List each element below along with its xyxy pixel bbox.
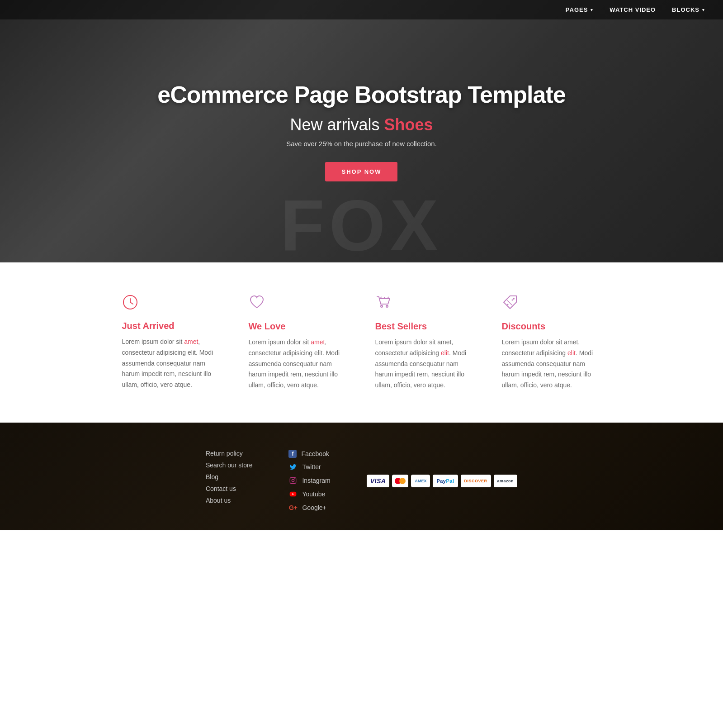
- footer: Return policy Search our store Blog Cont…: [0, 423, 723, 530]
- hero-subtitle-accent: Shoes: [384, 115, 433, 134]
- nav-blocks[interactable]: BLOCKS ▾: [672, 6, 705, 13]
- chevron-down-icon: ▾: [591, 8, 593, 12]
- footer-about-us[interactable]: About us: [206, 497, 253, 504]
- footer-contact-us[interactable]: Contact us: [206, 485, 253, 492]
- payment-paypal: PayPal: [433, 475, 458, 487]
- feature-best-sellers: Best Sellers Lorem ipsum dolor sit amet,…: [362, 294, 488, 391]
- footer-twitter[interactable]: Twitter: [288, 462, 330, 471]
- hero-content: eCommerce Page Bootstrap Template New ar…: [148, 81, 574, 181]
- facebook-icon: f: [288, 450, 297, 458]
- feature-discounts-text: Lorem ipsum dolor sit amet, consectetur …: [502, 337, 601, 391]
- nav-pages[interactable]: PAGES ▾: [566, 6, 594, 13]
- svg-point-7: [507, 304, 508, 305]
- footer-instagram[interactable]: Instagram: [288, 476, 330, 485]
- svg-point-4: [386, 305, 388, 307]
- payment-amex: AMEX: [411, 475, 430, 487]
- heart-icon: [249, 294, 348, 314]
- payment-mastercard: [392, 475, 408, 487]
- svg-point-10: [292, 479, 294, 481]
- feature-we-love-title: We Love: [249, 321, 348, 332]
- clock-icon: [122, 294, 222, 314]
- footer-search-store[interactable]: Search our store: [206, 462, 253, 469]
- payment-visa: VISA: [367, 475, 390, 487]
- footer-youtube[interactable]: Youtube: [288, 490, 330, 499]
- hero-main-title: eCommerce Page Bootstrap Template: [148, 81, 574, 108]
- footer-return-policy[interactable]: Return policy: [206, 450, 253, 457]
- feature-just-arrived: Just Arrived Lorem ipsum dolor sit amet,…: [109, 294, 235, 391]
- svg-point-5: [513, 298, 515, 300]
- svg-point-3: [381, 305, 383, 307]
- footer-googleplus-label: Google+: [302, 504, 326, 511]
- footer-blog[interactable]: Blog: [206, 473, 253, 481]
- feature-just-arrived-title: Just Arrived: [122, 321, 222, 331]
- feature-discounts: Discounts Lorem ipsum dolor sit amet, co…: [488, 294, 615, 391]
- feature-we-love-text: Lorem ipsum dolor sit amet, consectetur …: [249, 337, 348, 391]
- svg-point-11: [295, 479, 295, 479]
- chevron-down-icon: ▾: [702, 8, 705, 12]
- features-section: Just Arrived Lorem ipsum dolor sit amet,…: [0, 262, 723, 423]
- payment-discover: DISCOVER: [461, 475, 491, 487]
- cart-icon: [375, 294, 475, 314]
- feature-we-love: We Love Lorem ipsum dolor sit amet, cons…: [235, 294, 362, 391]
- footer-twitter-label: Twitter: [302, 463, 321, 471]
- hero-subtitle: New arrivals Shoes: [290, 115, 433, 134]
- footer-youtube-label: Youtube: [302, 490, 325, 498]
- shop-now-button[interactable]: SHOP NOW: [325, 162, 397, 181]
- navbar: PAGES ▾ WATCH VIDEO BLOCKS ▾: [0, 0, 723, 19]
- payment-icons: VISA AMEX PayPal DISCOVER amazon: [367, 475, 517, 487]
- feature-best-sellers-text: Lorem ipsum dolor sit amet, consectetur …: [375, 337, 475, 391]
- twitter-icon: [288, 462, 298, 471]
- svg-rect-9: [290, 477, 296, 483]
- svg-point-8: [511, 300, 513, 301]
- feature-best-sellers-title: Best Sellers: [375, 321, 475, 332]
- hero-subtitle-prefix: New arrivals: [290, 115, 384, 134]
- footer-facebook-label: Facebook: [301, 450, 329, 457]
- nav-watch-video[interactable]: WATCH VIDEO: [610, 6, 656, 13]
- hero-section: FOX eCommerce Page Bootstrap Template Ne…: [0, 0, 723, 262]
- footer-payment-col: VISA AMEX PayPal DISCOVER amazon: [367, 450, 517, 512]
- footer-facebook[interactable]: f Facebook: [288, 450, 330, 458]
- tag-icon: [502, 294, 601, 314]
- hero-description: Save over 25% on the purchase of new col…: [286, 140, 437, 148]
- youtube-icon: [288, 490, 298, 499]
- svg-line-2: [130, 302, 133, 304]
- feature-discounts-title: Discounts: [502, 321, 601, 332]
- instagram-icon: [288, 476, 298, 485]
- footer-googleplus[interactable]: G+ Google+: [288, 503, 330, 512]
- footer-social-col: f Facebook Twitter Instagram Youtube G+ …: [288, 450, 330, 512]
- payment-amazon: amazon: [494, 475, 518, 487]
- feature-just-arrived-text: Lorem ipsum dolor sit amet, consectetur …: [122, 337, 222, 390]
- googleplus-icon: G+: [288, 503, 298, 512]
- footer-links-col: Return policy Search our store Blog Cont…: [206, 450, 253, 512]
- footer-instagram-label: Instagram: [302, 477, 330, 484]
